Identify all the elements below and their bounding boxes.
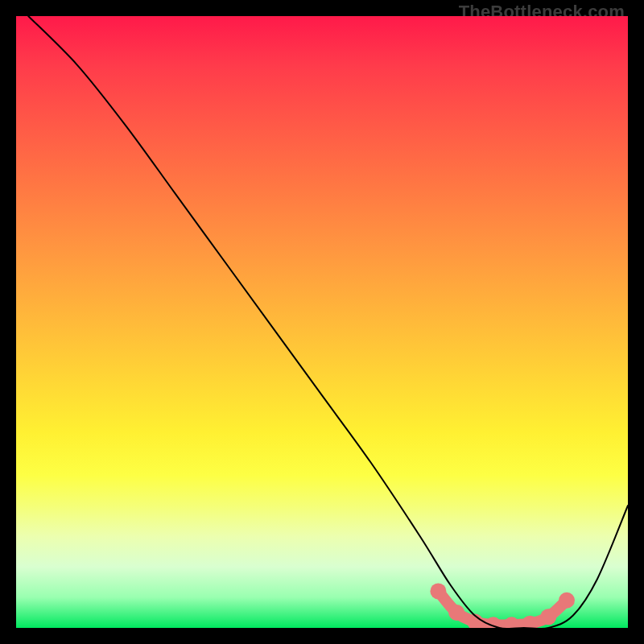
- highlight-marker: [540, 609, 556, 625]
- highlight-marker: [559, 592, 575, 609]
- highlight-marker: [504, 617, 520, 628]
- highlight-marker: [430, 583, 446, 599]
- curve-line: [28, 16, 628, 628]
- chart-frame: [16, 16, 628, 628]
- chart-svg: [16, 16, 628, 628]
- highlight-marker: [448, 605, 464, 621]
